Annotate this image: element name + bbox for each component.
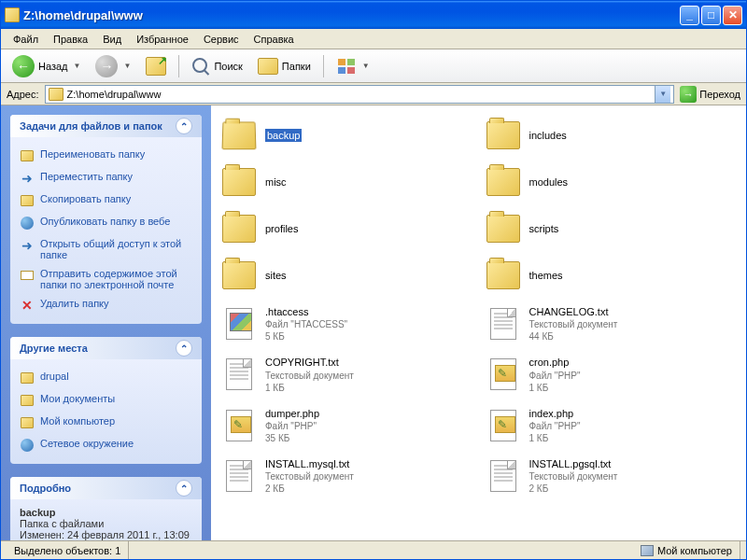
maximize-button[interactable]: □ (701, 6, 721, 25)
address-input[interactable]: Z:\home\drupal\www ▼ (45, 85, 675, 104)
file-name: cron.php (529, 356, 581, 369)
task-item[interactable]: Переименовать папку (20, 145, 192, 167)
chevron-down-icon: ▼ (123, 62, 131, 70)
menu-favorites[interactable]: Избранное (130, 32, 195, 47)
file-item[interactable]: backup (218, 117, 475, 154)
file-item[interactable]: CHANGELOG.txtТекстовый документ44 КБ (483, 303, 740, 344)
status-selection: Выделено объектов: 1 (7, 541, 129, 559)
file-name: INSTALL.pgsql.txt (529, 457, 618, 470)
back-button[interactable]: ← Назад ▼ (7, 52, 86, 80)
file-name: INSTALL.mysql.txt (265, 457, 354, 470)
menu-help[interactable]: Справка (247, 32, 301, 47)
file-item[interactable]: cron.phpФайл "PHP"1 КБ (483, 354, 740, 395)
task-item[interactable]: Опубликовать папку в вебе (20, 212, 192, 234)
views-icon (336, 57, 357, 76)
file-item[interactable]: includes (483, 117, 740, 154)
task-item[interactable]: ✕Удалить папку (20, 294, 192, 316)
file-name: themes (529, 269, 563, 282)
php-icon (220, 409, 258, 442)
file-item[interactable]: index.phpФайл "PHP"1 КБ (483, 405, 740, 446)
place-item[interactable]: Сетевое окружение (20, 434, 192, 456)
forward-button[interactable]: → ▼ (90, 52, 136, 80)
statusbar: Выделено объектов: 1 Мой компьютер (1, 540, 746, 559)
file-item[interactable]: profiles (218, 210, 475, 247)
menu-edit[interactable]: Правка (47, 32, 94, 47)
titlebar[interactable]: Z:\home\drupal\www _ □ ✕ (1, 1, 746, 29)
views-button[interactable]: ▼ (331, 54, 375, 78)
close-button[interactable]: ✕ (723, 6, 742, 25)
folder-up-icon (146, 57, 166, 76)
file-item[interactable]: COPYRIGHT.txtТекстовый документ1 КБ (218, 354, 475, 395)
go-button[interactable]: → Переход (680, 86, 740, 103)
tasks-panel-header[interactable]: Задачи для файлов и папок⌃ (10, 115, 202, 137)
folder-icon (485, 259, 522, 292)
menu-view[interactable]: Вид (96, 32, 128, 47)
folder-icon (485, 212, 522, 245)
place-item[interactable]: Мой компьютер (20, 412, 192, 434)
file-item[interactable]: sites (218, 257, 475, 294)
file-type: Файл "PHP" (529, 370, 581, 382)
del-icon: ✕ (20, 298, 35, 313)
folder-icon (258, 58, 278, 75)
file-name: dumper.php (265, 407, 319, 420)
places-panel-header[interactable]: Другие места⌃ (10, 337, 202, 359)
file-type: Файл "HTACCESS" (265, 318, 347, 330)
computer-icon (641, 545, 654, 556)
tasks-panel: Задачи для файлов и папок⌃ Переименовать… (10, 115, 202, 324)
file-view[interactable]: backupincludesmiscmodulesprofilesscripts… (211, 105, 746, 540)
chevron-up-icon: ⌃ (176, 340, 192, 357)
file-item[interactable]: dumper.phpФайл "PHP"35 КБ (218, 405, 475, 446)
minimize-button[interactable]: _ (680, 6, 699, 25)
arrow-icon: ➜ (20, 238, 35, 253)
file-item[interactable]: modules (483, 163, 740, 201)
address-label: Адрес: (7, 89, 39, 100)
details-panel-header[interactable]: Подробно⌃ (10, 477, 202, 499)
folder-icon (220, 212, 258, 245)
file-type: Текстовый документ (265, 470, 354, 483)
task-label: Открыть общий доступ к этой папке (40, 238, 192, 260)
task-item[interactable]: Отправить содержимое этой папки по элект… (20, 264, 192, 294)
place-item[interactable]: drupal (20, 367, 192, 389)
search-icon (191, 57, 210, 76)
up-button[interactable] (140, 54, 172, 78)
status-location: Мой компьютер (633, 541, 740, 559)
task-item[interactable]: ➜Открыть общий доступ к этой папке (20, 234, 192, 264)
menu-file[interactable]: Файл (7, 32, 45, 47)
file-name: CHANGELOG.txt (529, 305, 618, 318)
file-name: COPYRIGHT.txt (265, 356, 354, 369)
file-size: 1 КБ (529, 382, 581, 394)
task-label: Опубликовать папку в вебе (40, 216, 170, 227)
task-item[interactable]: Скопировать папку (20, 189, 192, 212)
task-item[interactable]: ➜Переместить папку (20, 167, 192, 189)
menu-tools[interactable]: Сервис (197, 32, 246, 47)
place-label: Сетевое окружение (40, 438, 134, 449)
addressbar: Адрес: Z:\home\drupal\www ▼ → Переход (1, 83, 746, 105)
folders-button[interactable]: Папки (252, 55, 317, 77)
file-name: profiles (265, 222, 298, 235)
place-item[interactable]: Мои документы (20, 389, 192, 412)
file-item[interactable]: INSTALL.mysql.txtТекстовый документ2 КБ (218, 455, 475, 497)
file-item[interactable]: themes (483, 257, 740, 294)
details-modified: Изменен: 24 февраля 2011 г., 13:09 (20, 529, 190, 540)
folder-icon (220, 259, 258, 292)
file-item[interactable]: INSTALL.pgsql.txtТекстовый документ2 КБ (483, 455, 740, 497)
task-label: Переместить папку (40, 171, 133, 182)
file-type: Файл "PHP" (265, 420, 319, 432)
file-item[interactable]: scripts (483, 210, 740, 247)
globe-icon (20, 438, 35, 453)
hta-icon (220, 307, 258, 341)
folder-icon (20, 415, 35, 430)
toolbar: ← Назад ▼ → ▼ Поиск Папки ▼ (1, 49, 746, 83)
doc-icon (220, 357, 258, 391)
chevron-down-icon: ▼ (362, 62, 370, 70)
places-panel: Другие места⌃ drupalМои документыМой ком… (10, 337, 202, 464)
file-item[interactable]: misc (218, 163, 475, 201)
forward-arrow-icon: → (95, 55, 118, 77)
folder-icon (20, 193, 35, 208)
address-dropdown[interactable]: ▼ (655, 86, 670, 103)
details-name: backup (20, 507, 56, 518)
search-button[interactable]: Поиск (186, 54, 247, 78)
file-type: Файл "PHP" (529, 420, 581, 432)
folder-icon (485, 119, 522, 152)
file-item[interactable]: .htaccessФайл "HTACCESS"5 КБ (218, 303, 475, 344)
